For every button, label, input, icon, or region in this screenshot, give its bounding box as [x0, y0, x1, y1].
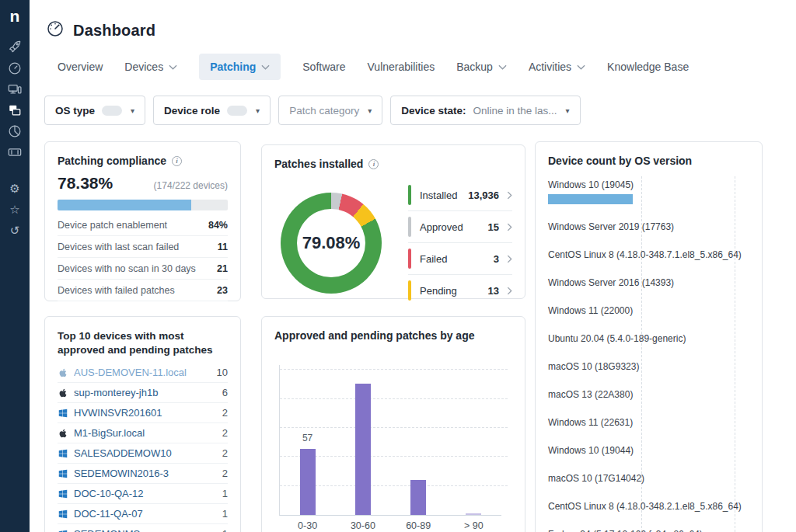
sidebar-gauge-icon[interactable]	[7, 61, 23, 76]
sidebar-dashboards-icon[interactable]	[7, 103, 23, 118]
bar-value-label: 57	[302, 433, 312, 443]
dashboard-gauge-icon	[47, 20, 64, 40]
legend-color-bar	[408, 185, 411, 205]
top-devices-card: Top 10 devices with most approved and pe…	[44, 316, 241, 532]
filter-label: OS type	[55, 105, 95, 116]
legend-value: 15	[488, 221, 499, 233]
legend-row-approved[interactable]: Approved15	[408, 211, 512, 243]
legend-color-bar	[408, 249, 411, 269]
device-row-m1-bigsur-local[interactable]: M1-BigSur.local2	[58, 423, 228, 443]
card-title: Device count by OS version	[548, 155, 749, 167]
os-version-row: macOS 10 (18G9323)	[548, 361, 749, 372]
sidebar: n ⚙☆↺	[0, 0, 30, 532]
top-devices-title: Top 10 devices with most approved and pe…	[58, 329, 228, 357]
stat-label: Devices with last scan failed	[58, 242, 179, 252]
tab-activities[interactable]: Activities	[529, 54, 585, 80]
sidebar-reports-icon[interactable]	[7, 123, 23, 139]
device-name-link[interactable]: HVWINSVR201601	[74, 407, 216, 419]
caret-down-icon: ▾	[131, 106, 134, 115]
tab-vulnerabilities[interactable]: Vulnerabilities	[368, 54, 435, 80]
tab-software[interactable]: Software	[302, 54, 345, 80]
ninjaone-logo[interactable]: n	[10, 8, 20, 24]
stat-value: 23	[217, 285, 228, 296]
patch-category-filter[interactable]: Patch category▾	[278, 96, 382, 125]
device-row-hvwinsvr201601[interactable]: HVWINSVR2016012	[58, 403, 228, 423]
tab-backup[interactable]: Backup	[456, 54, 507, 80]
os-version-row: macOS 10 (17G14042)	[548, 473, 749, 484]
legend-row-installed[interactable]: Installed13,936	[408, 179, 512, 211]
os-version-label: CentOS Linux 8 (4.18.0-348.2.1.el8_5.x86…	[548, 501, 749, 512]
os-version-row: CentOS Linux 8 (4.18.0-348.2.1.el8_5.x86…	[548, 501, 749, 512]
card-title: Patches installed i	[274, 158, 512, 170]
device-row-doc-10-qa-12[interactable]: DOC-10-QA-121	[58, 484, 228, 504]
count-badge	[102, 106, 122, 116]
device-patch-count: 2	[222, 447, 228, 459]
device-name-link[interactable]: sup-monterey-jh1b	[74, 387, 216, 398]
sidebar-devices-icon[interactable]	[7, 82, 23, 97]
device-name-link[interactable]: SALESADDEMOW10	[74, 447, 216, 459]
x-axis-label: 60-89	[406, 520, 431, 531]
device-role-filter[interactable]: Device role▾	[153, 96, 271, 125]
device-row-salesaddemow10[interactable]: SALESADDEMOW102	[58, 443, 228, 464]
tab-knowledge-base[interactable]: Knowledge Base	[607, 54, 689, 80]
windows-logo-icon	[58, 448, 68, 458]
patches-by-age-card: Approved and pending patches by age 570-…	[261, 316, 525, 532]
device-row-sup-monterey-jh1b[interactable]: sup-monterey-jh1b6	[58, 383, 228, 403]
apple-logo-icon	[58, 367, 68, 377]
compliance-summary: 78.38% (174/222 devices)	[58, 174, 228, 193]
os-version-row: Windows 11 (22631)	[548, 417, 749, 428]
device-row-sedemowin2016-3[interactable]: SEDEMOWIN2016-32	[58, 464, 228, 484]
info-icon[interactable]: i	[368, 159, 379, 169]
info-icon[interactable]: i	[172, 156, 182, 166]
chevron-down-icon	[577, 64, 585, 70]
x-axis-label: 0-30	[298, 520, 317, 531]
tab-overview[interactable]: Overview	[58, 54, 103, 80]
page-header: Dashboard	[47, 20, 155, 40]
chevron-down-icon	[261, 64, 270, 70]
device-patch-count: 2	[222, 468, 228, 479]
tab-devices[interactable]: Devices	[124, 54, 177, 80]
age-bar-60-89	[410, 480, 426, 515]
windows-logo-icon	[58, 509, 68, 519]
os-version-row: Windows 10 (19045)	[548, 179, 749, 204]
device-patch-count: 1	[222, 528, 228, 532]
x-axis-label: 30-60	[351, 520, 375, 531]
os-version-label: Windows 11 (22000)	[548, 305, 749, 316]
sidebar-rocket-icon[interactable]	[7, 40, 23, 55]
device-row-doc-11-qa-07[interactable]: DOC-11-QA-071	[58, 504, 228, 524]
chevron-right-icon	[507, 223, 512, 231]
os-version-row: Windows Server 2019 (17763)	[548, 221, 749, 232]
device-name-link[interactable]: M1-BigSur.local	[74, 427, 216, 439]
device-patch-count: 2	[222, 427, 228, 439]
sidebar-favorites-icon[interactable]: ☆	[7, 202, 23, 217]
x-axis-label: > 90	[464, 520, 484, 531]
device-name-link[interactable]: DOC-10-QA-12	[74, 488, 216, 499]
sidebar-ticket-icon[interactable]	[7, 144, 23, 160]
os-version-label: Ubuntu 20.04 (5.4.0-189-generic)	[548, 333, 749, 344]
tab-patching[interactable]: Patching	[199, 54, 281, 80]
device-name-link[interactable]: SEDEMOWIN2016-3	[74, 468, 216, 479]
device-name-link[interactable]: AUS-DEMOVEN-11.local	[74, 367, 211, 378]
age-bar-30-60	[355, 384, 371, 515]
compliance-percent: 78.38%	[58, 174, 113, 193]
sidebar-history-icon[interactable]: ↺	[7, 223, 23, 238]
tab-label: Devices	[124, 61, 163, 73]
top-devices-list: AUS-DEMOVEN-11.local10sup-monterey-jh1b6…	[58, 363, 228, 532]
legend-color-bar	[408, 280, 411, 301]
legend-row-failed[interactable]: Failed3	[408, 243, 512, 275]
device-name-link[interactable]: DOC-11-QA-07	[74, 508, 216, 520]
apple-logo-icon	[58, 428, 68, 438]
compliance-stat-row: Devices with last scan failed11	[58, 236, 228, 258]
os-type-filter[interactable]: OS type▾	[44, 96, 145, 125]
device-row-aus-demoven-11-local[interactable]: AUS-DEMOVEN-11.local10	[58, 363, 228, 383]
gridline-horizontal	[280, 427, 508, 428]
os-version-label: Fedora 34 (5.17.12-100.fc34.x86_64)	[548, 529, 749, 532]
device-state-filter[interactable]: Device state:Online in the las...▾	[390, 96, 580, 125]
device-count-os-card: Device count by OS version Windows 10 (1…	[535, 141, 763, 532]
device-row-sedemonms[interactable]: SEDEMONMS1	[58, 524, 228, 532]
device-name-link[interactable]: SEDEMONMS	[74, 528, 216, 532]
compliance-stats-list: Device patch enablement84%Devices with l…	[58, 214, 228, 301]
sidebar-settings-icon[interactable]: ⚙	[7, 181, 23, 196]
legend-row-pending[interactable]: Pending13	[408, 275, 512, 306]
chevron-right-icon	[507, 255, 512, 263]
